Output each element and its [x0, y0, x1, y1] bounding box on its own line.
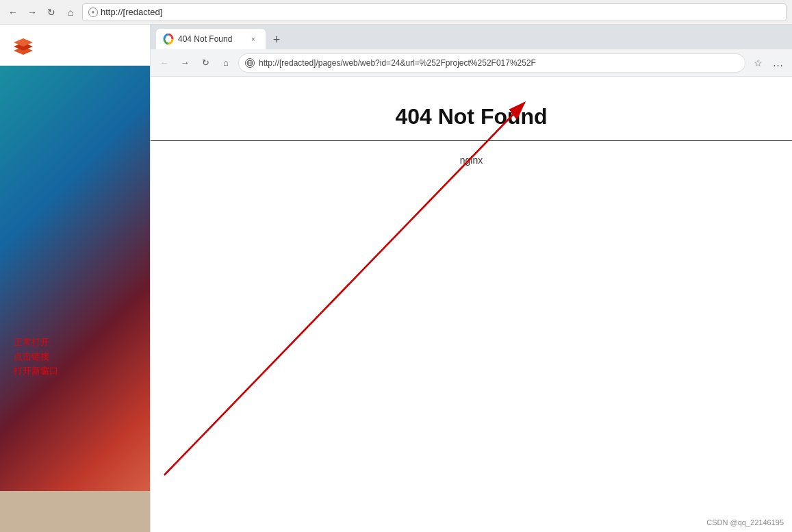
- inner-home-button[interactable]: ⌂: [218, 55, 234, 71]
- inner-forward-button[interactable]: →: [177, 55, 193, 71]
- new-tab-button[interactable]: +: [267, 30, 286, 49]
- inner-url-scheme-icon: [245, 58, 255, 68]
- inner-browser: 404 Not Found × + ← → ↻ ⌂: [151, 25, 792, 532]
- bookmark-button[interactable]: ☆: [750, 55, 766, 71]
- sidebar-background: [0, 66, 150, 532]
- more-options-button[interactable]: …: [770, 55, 787, 71]
- page-404-server: nginx: [460, 155, 483, 166]
- host-address-bar: ← → ↻ ⌂ ● http://[redacted]: [0, 0, 792, 25]
- inner-url-box[interactable]: http://[redacted]/pages/web/web?id=24&ur…: [238, 53, 745, 73]
- page-404-divider: [151, 140, 792, 141]
- inner-url-text: http://[redacted]/pages/web/web?id=24&ur…: [259, 58, 536, 68]
- annotation-line3: 打开新窗口: [14, 364, 58, 379]
- svg-marker-2: [14, 38, 33, 47]
- host-url-text: http://[redacted]: [101, 7, 162, 17]
- tab-favicon: [163, 34, 174, 45]
- sidebar-logo: [0, 25, 150, 66]
- host-browser: ← → ↻ ⌂ ● http://[redacted]: [0, 0, 792, 532]
- page-404-content: 404 Not Found nginx: [151, 77, 792, 532]
- annotation-arrow: [151, 77, 792, 532]
- host-url-box[interactable]: ● http://[redacted]: [82, 3, 787, 21]
- left-sidebar: [0, 25, 151, 532]
- globe-icon: [246, 60, 253, 66]
- inner-back-button[interactable]: ←: [156, 55, 173, 71]
- host-back-button[interactable]: ←: [5, 5, 21, 20]
- annotation-block: 正常打开 点击链接 打开新窗口: [14, 335, 58, 378]
- host-url-icon: ●: [88, 8, 98, 17]
- host-forward-button[interactable]: →: [25, 5, 40, 20]
- tab-label: 404 Not Found: [178, 34, 232, 44]
- inner-reload-button[interactable]: ↻: [197, 55, 214, 71]
- sidebar-footer: [0, 491, 150, 532]
- inner-tab-active[interactable]: 404 Not Found ×: [156, 29, 266, 49]
- watermark: CSDN @qq_22146195: [706, 518, 784, 527]
- annotation-line1: 正常打开: [14, 335, 58, 350]
- app-logo-icon: [11, 33, 36, 58]
- inner-address-bar: ← → ↻ ⌂ http://[redacted]/pages/web/web?…: [151, 49, 792, 77]
- host-reload-button[interactable]: ↻: [44, 5, 59, 20]
- tab-close-button[interactable]: ×: [248, 34, 259, 45]
- annotation-line2: 点击链接: [14, 350, 58, 364]
- svg-point-4: [166, 37, 170, 41]
- host-home-button[interactable]: ⌂: [63, 5, 78, 20]
- inner-tab-bar: 404 Not Found × +: [151, 25, 792, 49]
- main-area: 404 Not Found × + ← → ↻ ⌂: [0, 25, 792, 532]
- page-404-title: 404 Not Found: [395, 104, 547, 129]
